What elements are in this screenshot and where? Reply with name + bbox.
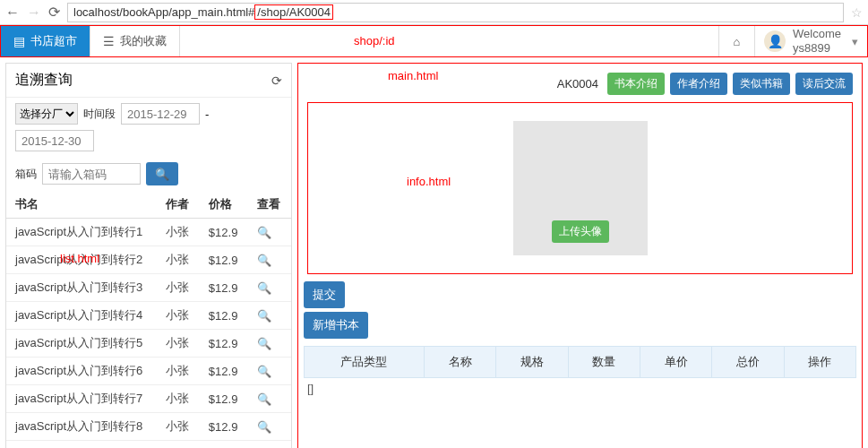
- user-menu[interactable]: 👤 Welcome ys8899 ▾: [754, 26, 867, 56]
- cell-price: $12.9: [200, 330, 248, 358]
- view-icon[interactable]: 🔍: [257, 309, 271, 323]
- top-nav: ▤ 书店超市 ☰ 我的收藏 ⌂ 👤 Welcome ys8899 ▾: [0, 25, 868, 57]
- time-label: 时间段: [83, 107, 116, 122]
- grid-header: 数量: [568, 347, 640, 378]
- cell-price: $12.9: [200, 219, 248, 246]
- book-icon: ▤: [13, 34, 25, 48]
- url-prefix: localhost/bookApp/app_main.html#: [73, 5, 254, 19]
- grid-header: 规格: [496, 347, 568, 378]
- grid-header: 产品类型: [305, 347, 425, 378]
- cell-price: $12.9: [200, 246, 248, 274]
- grid-header: 总价: [712, 347, 784, 378]
- grid-header: 操作: [784, 347, 855, 378]
- cell-price: $12.9: [200, 413, 248, 441]
- cell-price: $12.9: [200, 358, 248, 385]
- cell-name: javaScript从入门到转行5: [6, 330, 157, 358]
- date-to-input[interactable]: [15, 130, 94, 151]
- list-icon: ☰: [103, 34, 115, 48]
- right-panel: main.html AK0004 书本介绍 作者介绍 类似书籍 读后交流 inf…: [297, 63, 863, 448]
- th-price: 价格: [200, 191, 248, 219]
- cell-name: javaScript从入门到转行2: [6, 246, 157, 274]
- table-row: javaScript从入门到转行5小张$12.9🔍: [6, 330, 291, 358]
- th-name: 书名: [6, 191, 157, 219]
- url-input[interactable]: localhost/bookApp/app_main.html#/shop/AK…: [67, 3, 844, 22]
- table-row: javaScript从入门到转行2小张$12.9🔍: [6, 246, 291, 274]
- left-panel: 追溯查询 ⟳ 选择分厂 时间段 - 箱码 🔍 list.html 书名 作者 价…: [5, 63, 292, 448]
- back-icon[interactable]: ←: [5, 4, 20, 21]
- refresh-icon[interactable]: ⟳: [271, 73, 282, 88]
- tab-favorites[interactable]: ☰ 我的收藏: [90, 26, 180, 56]
- similar-books-button[interactable]: 类似书籍: [733, 73, 790, 95]
- browser-bar: ← → ⟳ localhost/bookApp/app_main.html#/s…: [0, 0, 868, 25]
- cell-price: $12.9: [200, 274, 248, 302]
- view-icon[interactable]: 🔍: [257, 226, 271, 239]
- view-icon[interactable]: 🔍: [257, 281, 271, 295]
- view-icon[interactable]: 🔍: [257, 365, 271, 378]
- table-row: javaScript从入门到转行1小张$12.9🔍: [6, 219, 291, 246]
- view-icon[interactable]: 🔍: [257, 392, 271, 406]
- book-table: 书名 作者 价格 查看 javaScript从入门到转行1小张$12.9🔍jav…: [6, 191, 291, 448]
- date-from-input[interactable]: [121, 103, 200, 125]
- cell-name: javaScript从入门到转行8: [6, 413, 157, 441]
- tab-label: 我的收藏: [120, 33, 167, 49]
- cell-author: 小张: [157, 413, 200, 441]
- code-label: 箱码: [15, 167, 37, 182]
- grid-header: 名称: [424, 347, 495, 378]
- cell-author: 小张: [157, 246, 200, 274]
- cell-author: 小张: [157, 358, 200, 385]
- url-route-highlight: /shop/AK0004: [254, 4, 333, 20]
- discuss-button[interactable]: 读后交流: [795, 73, 853, 95]
- search-icon: 🔍: [155, 168, 169, 181]
- annotation-info: info.html: [407, 175, 451, 188]
- submit-button[interactable]: 提交: [304, 281, 345, 308]
- grid-empty: []: [304, 378, 856, 399]
- image-placeholder: 上传头像: [513, 121, 648, 255]
- cell-name: javaScript从入门到转行4: [6, 302, 157, 330]
- cell-author: 小张: [157, 302, 200, 330]
- th-view: 查看: [248, 191, 291, 219]
- cell-author: 小张: [157, 385, 200, 413]
- tab-label: 书店超市: [30, 33, 77, 49]
- cell-name: javaScript从入门到转行7: [6, 385, 157, 413]
- reload-icon[interactable]: ⟳: [48, 4, 60, 21]
- cell-author: 小张: [157, 441, 200, 449]
- cell-author: 小张: [157, 330, 200, 358]
- table-row: javaScript从入门到转行9小张$12.9🔍: [6, 441, 291, 449]
- table-row: javaScript从入门到转行7小张$12.9🔍: [6, 385, 291, 413]
- tab-bookstore[interactable]: ▤ 书店超市: [1, 26, 90, 56]
- forward-icon[interactable]: →: [27, 4, 41, 21]
- product-grid: 产品类型名称规格数量单价总价操作: [304, 346, 856, 378]
- add-book-button[interactable]: 新增书本: [304, 312, 368, 339]
- table-row: javaScript从入门到转行4小张$12.9🔍: [6, 302, 291, 330]
- table-row: javaScript从入门到转行8小张$12.9🔍: [6, 413, 291, 441]
- view-icon[interactable]: 🔍: [257, 420, 271, 434]
- grid-header: 单价: [640, 347, 711, 378]
- view-icon[interactable]: 🔍: [257, 337, 271, 350]
- panel-title: 追溯查询: [15, 71, 73, 90]
- code-input[interactable]: [42, 163, 141, 185]
- detail-id: AK0004: [557, 77, 598, 90]
- cell-author: 小张: [157, 274, 200, 302]
- factory-select[interactable]: 选择分厂: [15, 103, 78, 125]
- home-button[interactable]: ⌂: [718, 26, 754, 56]
- author-intro-button[interactable]: 作者介绍: [670, 73, 727, 95]
- th-author: 作者: [157, 191, 200, 219]
- welcome-label: Welcome: [793, 27, 841, 41]
- cell-name: javaScript从入门到转行6: [6, 358, 157, 385]
- cell-price: $12.9: [200, 385, 248, 413]
- avatar: 👤: [764, 30, 786, 52]
- table-row: javaScript从入门到转行6小张$12.9🔍: [6, 358, 291, 385]
- table-row: javaScript从入门到转行3小张$12.9🔍: [6, 274, 291, 302]
- bookmark-icon[interactable]: ☆: [851, 5, 863, 20]
- chevron-down-icon: ▾: [852, 35, 858, 48]
- cell-name: javaScript从入门到转行9: [6, 441, 157, 449]
- book-intro-button[interactable]: 书本介绍: [607, 73, 665, 95]
- upload-avatar-button[interactable]: 上传头像: [552, 220, 609, 243]
- info-box: info.html 上传头像: [307, 102, 853, 274]
- home-icon: ⌂: [734, 35, 741, 48]
- cell-price: $12.9: [200, 302, 248, 330]
- search-button[interactable]: 🔍: [146, 162, 178, 185]
- cell-price: $12.9: [200, 441, 248, 449]
- cell-name: javaScript从入门到转行3: [6, 274, 157, 302]
- view-icon[interactable]: 🔍: [257, 254, 271, 267]
